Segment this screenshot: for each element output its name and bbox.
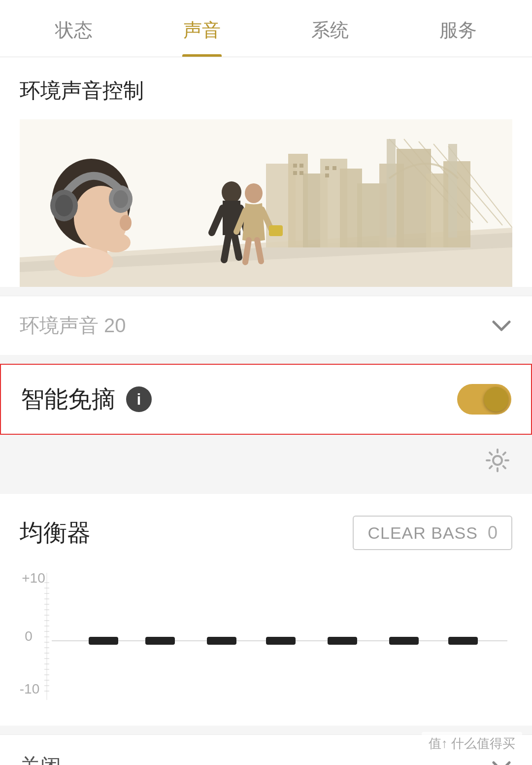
eq-header: 均衡器 CLEAR BASS 0 xyxy=(20,516,512,550)
svg-point-33 xyxy=(245,183,263,203)
ambient-chevron-icon[interactable] xyxy=(491,315,512,337)
svg-rect-83 xyxy=(448,637,478,645)
svg-point-44 xyxy=(55,195,73,216)
clear-bass-value: 0 xyxy=(488,522,498,543)
svg-rect-26 xyxy=(448,144,457,238)
gear-section xyxy=(0,436,532,485)
tab-system[interactable]: 系统 xyxy=(266,0,394,57)
toggle-knob xyxy=(484,387,508,412)
smart-toggle[interactable] xyxy=(457,384,511,415)
svg-point-49 xyxy=(54,247,113,277)
smart-handsfree-label: 智能免摘 xyxy=(21,383,115,415)
ambient-section: 环境声音控制 xyxy=(0,57,532,287)
svg-text:-10: -10 xyxy=(20,681,39,696)
ambient-status: 环境声音 20 xyxy=(20,312,126,339)
svg-rect-13 xyxy=(293,164,297,168)
svg-point-27 xyxy=(222,181,241,203)
tab-status[interactable]: 状态 xyxy=(10,0,138,57)
svg-rect-15 xyxy=(293,171,297,175)
svg-rect-77 xyxy=(89,637,118,645)
watermark: 值↑ 什么值得买 xyxy=(422,732,522,755)
eq-chart: +10 0 -10 xyxy=(20,568,512,706)
svg-rect-25 xyxy=(387,139,396,238)
svg-rect-80 xyxy=(266,637,296,645)
svg-rect-81 xyxy=(328,637,357,645)
ambient-row[interactable]: 环境声音 20 xyxy=(0,296,532,355)
svg-point-47 xyxy=(120,215,132,231)
svg-rect-14 xyxy=(299,164,303,168)
svg-line-31 xyxy=(224,235,229,260)
smart-handsfree-row: 智能免摘 i xyxy=(21,383,511,415)
smart-left: 智能免摘 i xyxy=(21,383,152,415)
svg-rect-19 xyxy=(325,174,329,177)
close-label: 关闭 xyxy=(20,753,61,765)
svg-line-39 xyxy=(257,240,261,261)
svg-rect-36 xyxy=(269,225,283,236)
settings-gear-icon[interactable] xyxy=(483,446,512,475)
clear-bass-label: CLEAR BASS xyxy=(367,523,478,543)
tab-sound[interactable]: 声音 xyxy=(138,0,266,57)
smart-handsfree-section: 智能免摘 i xyxy=(0,364,532,435)
svg-text:0: 0 xyxy=(25,628,33,644)
eq-title: 均衡器 xyxy=(20,517,91,549)
tab-bar: 状态 声音 系统 服务 xyxy=(0,0,532,57)
svg-text:+10: +10 xyxy=(22,570,45,586)
bottom-chevron-icon[interactable] xyxy=(491,756,512,765)
svg-rect-17 xyxy=(325,166,329,170)
svg-rect-82 xyxy=(389,637,419,645)
clear-bass-button[interactable]: CLEAR BASS 0 xyxy=(353,516,512,550)
ambient-title: 环境声音控制 xyxy=(20,77,512,104)
svg-line-32 xyxy=(234,235,239,257)
svg-rect-78 xyxy=(145,637,175,645)
svg-rect-79 xyxy=(207,637,236,645)
svg-point-48 xyxy=(101,233,131,252)
info-icon[interactable]: i xyxy=(126,386,152,412)
svg-rect-18 xyxy=(332,166,336,170)
svg-point-50 xyxy=(493,456,502,465)
tab-service[interactable]: 服务 xyxy=(394,0,522,57)
svg-line-38 xyxy=(245,240,249,262)
svg-rect-16 xyxy=(299,171,303,175)
ambient-illustration xyxy=(20,119,512,287)
svg-point-46 xyxy=(113,190,128,208)
equalizer-section: 均衡器 CLEAR BASS 0 +10 0 -10 xyxy=(0,494,532,726)
